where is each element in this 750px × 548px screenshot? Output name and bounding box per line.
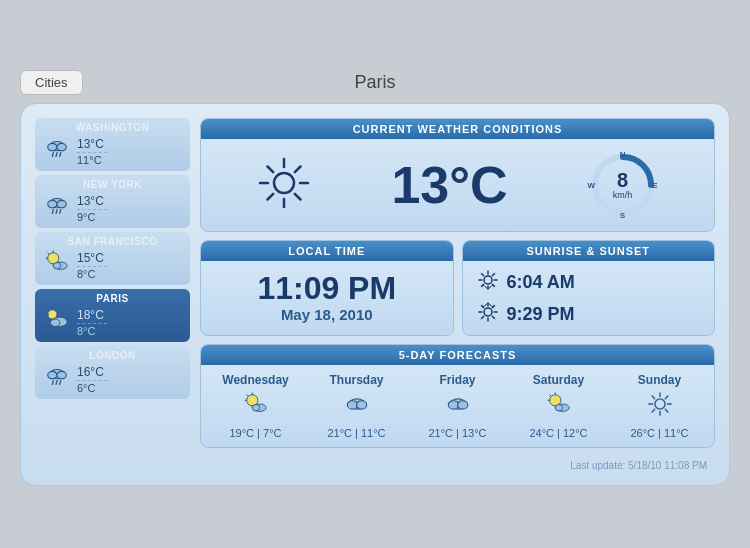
svg-line-48: [492, 274, 494, 276]
svg-line-16: [48, 253, 49, 254]
page-title: Paris: [354, 72, 395, 93]
sunrise-time: 6:04 AM: [507, 272, 575, 293]
forecast-day-name: Friday: [439, 373, 475, 387]
city-item-san-francisco[interactable]: SAN FRANCISCO 15°C 8°C: [35, 232, 190, 285]
forecast-day-name: Saturday: [533, 373, 584, 387]
svg-point-41: [484, 276, 492, 284]
forecast-temps: 21°C | 13°C: [428, 427, 486, 439]
forecast-day-thursday: Thursday 21°C | 11°C: [306, 373, 407, 439]
sunrise-section: SUNRISE & SUNSET: [462, 240, 716, 336]
svg-point-78: [555, 404, 562, 411]
wind-unit: km/h: [613, 190, 633, 200]
svg-line-46: [481, 274, 483, 276]
svg-line-87: [652, 409, 655, 412]
svg-point-2: [57, 143, 66, 150]
city-weather-row: 16°C 6°C: [41, 363, 184, 395]
forecast-temps: 24°C | 12°C: [529, 427, 587, 439]
svg-point-50: [484, 308, 492, 316]
cities-button[interactable]: Cities: [20, 70, 83, 95]
svg-point-27: [57, 371, 66, 378]
compass-e: E: [652, 181, 657, 190]
city-temps: 13°C 11°C: [77, 137, 107, 166]
city-item-paris[interactable]: PARIS 18°C 8°C: [35, 289, 190, 342]
svg-line-76: [549, 395, 550, 396]
svg-line-37: [295, 194, 301, 200]
city-lo: 8°C: [77, 325, 107, 337]
city-lo: 8°C: [77, 268, 107, 280]
city-sep: [77, 266, 107, 267]
compass-s: S: [620, 211, 625, 220]
svg-line-9: [52, 210, 53, 214]
city-item-london[interactable]: LONDON 16°C 6°C: [35, 346, 190, 399]
current-weather-body: 13°C N S E: [201, 139, 714, 231]
city-weather-row: 13°C 9°C: [41, 192, 184, 224]
svg-line-4: [56, 153, 57, 157]
wind-speed: 8: [613, 170, 633, 190]
city-weather-icon: [41, 306, 73, 338]
svg-point-18: [53, 262, 60, 269]
svg-line-86: [665, 396, 668, 399]
city-weather-row: 18°C 8°C: [41, 306, 184, 338]
svg-point-7: [48, 200, 57, 207]
svg-line-29: [56, 381, 57, 385]
compass-w: W: [588, 181, 596, 190]
sunrise-row: 6:04 AM: [477, 269, 575, 295]
svg-line-38: [295, 167, 301, 173]
svg-point-67: [347, 401, 357, 409]
time-body: 11:09 PM May 18, 2010: [201, 261, 453, 333]
current-date: May 18, 2010: [215, 306, 439, 323]
city-lo: 9°C: [77, 211, 107, 223]
city-name: LONDON: [41, 350, 184, 361]
sunset-row: 9:29 PM: [477, 301, 575, 327]
sun-icon: [256, 155, 312, 215]
city-sep: [77, 152, 107, 153]
city-item-new-york[interactable]: NEW YORK 13°C 9°C: [35, 175, 190, 228]
city-hi: 13°C: [77, 194, 107, 208]
forecast-section: 5-DAY FORECASTS Wednesday 19°C | 7°C Thu…: [200, 344, 715, 448]
sidebar: WASHINGTON 13°C 11°C NEW YORK: [35, 118, 190, 448]
svg-point-70: [448, 401, 458, 409]
sunrise-body: 6:04 AM: [463, 261, 715, 335]
forecast-day-wednesday: Wednesday 19°C | 7°C: [205, 373, 306, 439]
sunrise-header: SUNRISE & SUNSET: [463, 241, 715, 261]
forecast-temps: 21°C | 11°C: [327, 427, 385, 439]
forecast-icon: [445, 391, 471, 423]
svg-line-28: [52, 381, 53, 385]
svg-line-3: [52, 153, 53, 157]
city-item-washington[interactable]: WASHINGTON 13°C 11°C: [35, 118, 190, 171]
city-hi: 15°C: [77, 251, 107, 265]
card-body: WASHINGTON 13°C 11°C NEW YORK: [35, 118, 715, 448]
forecast-day-name: Wednesday: [222, 373, 288, 387]
current-weather-header: CURRENT WEATHER CONDITIONS: [201, 119, 714, 139]
local-time-header: LOCAL TIME: [201, 241, 453, 261]
top-bar: Cities Paris: [0, 62, 750, 103]
svg-point-24: [51, 319, 60, 326]
local-time-section: LOCAL TIME 11:09 PM May 18, 2010: [200, 240, 454, 336]
forecast-day-sunday: Sunday 26°C | 11°C: [609, 373, 710, 439]
forecast-icon: [647, 391, 673, 423]
city-sep: [77, 380, 107, 381]
compass-n: N: [620, 150, 626, 159]
city-temps: 18°C 8°C: [77, 308, 107, 337]
svg-line-84: [652, 396, 655, 399]
city-name: NEW YORK: [41, 179, 184, 190]
city-hi: 16°C: [77, 365, 107, 379]
sunset-time: 9:29 PM: [507, 304, 575, 325]
city-sep: [77, 323, 107, 324]
svg-line-30: [60, 381, 61, 385]
forecast-body: Wednesday 19°C | 7°C Thursday 21°C | 11°…: [201, 365, 714, 447]
svg-point-65: [252, 404, 259, 411]
sunrise-icon: [477, 269, 499, 295]
right-content: CURRENT WEATHER CONDITIONS: [200, 118, 715, 448]
city-sep: [77, 209, 107, 210]
svg-line-63: [246, 395, 247, 396]
forecast-icon: [344, 391, 370, 423]
main-card: WASHINGTON 13°C 11°C NEW YORK: [20, 103, 730, 486]
forecast-icon: [243, 391, 269, 423]
sunset-icon: [477, 301, 499, 327]
svg-point-8: [57, 200, 66, 207]
svg-line-22: [47, 309, 48, 310]
current-temperature: 13°C: [391, 155, 507, 215]
svg-line-5: [60, 153, 61, 157]
forecast-temps: 26°C | 11°C: [630, 427, 688, 439]
